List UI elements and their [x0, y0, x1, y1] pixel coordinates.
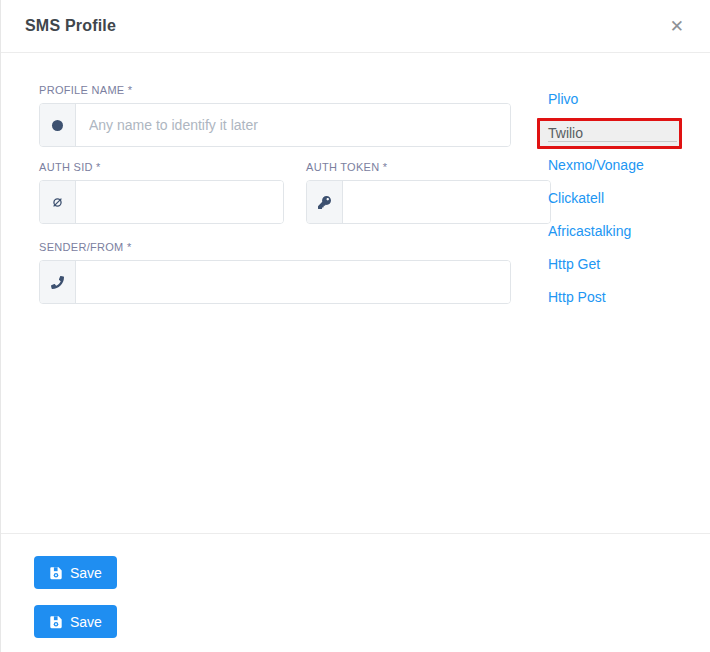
auth-sid-input-group: [39, 180, 284, 224]
profile-name-input-group: [39, 103, 511, 147]
modal-footer: Save Save: [1, 533, 710, 652]
sms-profile-form: PROFILE NAME * AUTH SID *: [39, 84, 511, 315]
slashed-circle-icon: [40, 181, 76, 223]
sender-from-input[interactable]: [76, 261, 510, 303]
provider-link-plivo[interactable]: Plivo: [537, 84, 682, 117]
save-button-label: Save: [70, 614, 102, 630]
auth-token-label: AUTH TOKEN *: [306, 161, 551, 173]
modal-title: SMS Profile: [25, 17, 116, 35]
sender-from-label: SENDER/FROM *: [39, 241, 511, 253]
circle-icon: [40, 104, 76, 146]
provider-link-http-post[interactable]: Http Post: [537, 282, 682, 315]
floppy-icon: [49, 615, 63, 629]
provider-link-twilio-label: Twilio: [548, 125, 583, 141]
save-button-wrap-1: Save: [34, 556, 677, 589]
provider-link-nexmo-vonage[interactable]: Nexmo/Vonage: [537, 150, 682, 183]
close-button[interactable]: ✕: [666, 14, 688, 39]
save-button-wrap-2: Save: [34, 605, 677, 638]
provider-nav: Plivo Twilio Nexmo/Vonage Clickatell Afr…: [537, 84, 682, 315]
modal-header: SMS Profile ✕: [1, 0, 710, 53]
profile-name-input[interactable]: [76, 104, 510, 146]
active-underline: [548, 141, 677, 142]
field-profile-name: PROFILE NAME *: [39, 84, 511, 147]
sender-from-input-group: [39, 260, 511, 304]
close-icon: ✕: [670, 17, 684, 36]
modal-body: PROFILE NAME * AUTH SID *: [1, 53, 710, 315]
field-sender-from: SENDER/FROM *: [39, 241, 511, 304]
auth-sid-label: AUTH SID *: [39, 161, 284, 173]
provider-link-africastalking[interactable]: Africastalking: [537, 216, 682, 249]
auth-sid-input[interactable]: [76, 181, 283, 223]
sms-profile-modal: SMS Profile ✕ PROFILE NAME * AUTH SID *: [0, 0, 710, 652]
floppy-icon: [49, 566, 63, 580]
save-button-secondary[interactable]: Save: [34, 605, 117, 638]
field-auth-sid: AUTH SID *: [39, 161, 284, 224]
field-auth-token: AUTH TOKEN *: [306, 161, 551, 224]
phone-icon: [40, 261, 76, 303]
save-button-label: Save: [70, 565, 102, 581]
auth-token-input[interactable]: [343, 181, 550, 223]
auth-row: AUTH SID * AUTH TOKEN *: [39, 161, 511, 224]
save-button[interactable]: Save: [34, 556, 117, 589]
profile-name-label: PROFILE NAME *: [39, 84, 511, 96]
key-icon: [307, 181, 343, 223]
provider-link-http-get[interactable]: Http Get: [537, 249, 682, 282]
auth-token-input-group: [306, 180, 551, 224]
provider-link-clickatell[interactable]: Clickatell: [537, 183, 682, 216]
provider-link-twilio[interactable]: Twilio: [537, 118, 682, 149]
